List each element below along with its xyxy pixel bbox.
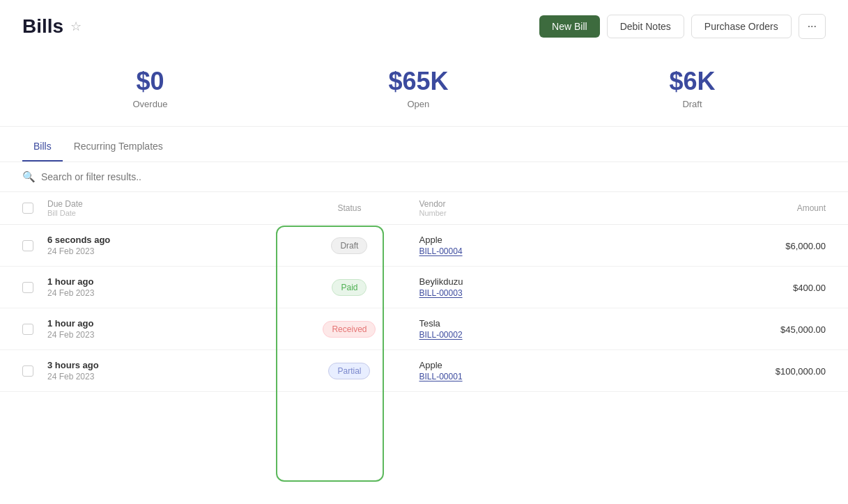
draft-card: $6K Draft [669,67,715,109]
table-row[interactable]: 1 hour ago 24 Feb 2023 Paid Beylikduzu B… [0,267,848,308]
row-date-col: 1 hour ago 24 Feb 2023 [47,318,279,340]
row-date-col: 3 hours ago 24 Feb 2023 [47,360,279,381]
table-header: Due Date Bill Date Status Vendor Number … [0,192,848,225]
status-header: Status [279,203,419,213]
row-checkbox-col [22,282,47,293]
overdue-label: Overdue [133,99,168,109]
row-checkbox[interactable] [22,365,33,377]
row-date-col: 1 hour ago 24 Feb 2023 [47,276,279,298]
vendor-name: Tesla [419,318,652,329]
date-primary: 3 hours ago [47,360,279,370]
amount-value: $6,000.00 [785,241,826,251]
table-row[interactable]: 6 seconds ago 24 Feb 2023 Draft Apple BI… [0,225,848,267]
debit-notes-button[interactable]: Debit Notes [607,15,684,38]
row-amount-col: $400.00 [652,281,826,294]
summary-section: $0 Overdue $65K Open $6K Draft [0,50,848,127]
row-amount-col: $6,000.00 [652,239,826,252]
row-amount-col: $100,000.00 [652,365,826,377]
row-checkbox-col [22,240,47,251]
tab-recurring-templates[interactable]: Recurring Templates [63,132,174,162]
status-badge: Draft [331,237,367,254]
purchase-orders-button[interactable]: Purchase Orders [691,15,792,38]
bills-table: Due Date Bill Date Status Vendor Number … [0,192,848,392]
header-right: New Bill Debit Notes Purchase Orders ··· [539,14,826,39]
row-vendor-col: Apple BILL-00001 [419,360,652,381]
amount-header: Amount [652,203,826,213]
header-date-col: Due Date Bill Date [47,199,279,217]
status-badge: Partial [328,363,370,379]
row-checkbox[interactable] [22,324,33,335]
page-title: Bills [22,15,63,38]
more-options-button[interactable]: ··· [799,14,826,39]
row-status-col: Paid [279,279,419,296]
header-left: Bills ☆ [22,15,82,38]
bill-date-header: Bill Date [47,209,279,217]
header-amount-col: Amount [652,203,826,213]
search-icon: 🔍 [22,171,36,183]
due-date-header: Due Date [47,199,279,209]
vendor-name: Beylikduzu [419,276,652,287]
amount-value: $400.00 [793,283,826,293]
table-row[interactable]: 1 hour ago 24 Feb 2023 Received Tesla BI… [0,308,848,350]
row-amount-col: $45,000.00 [652,323,826,336]
date-secondary: 24 Feb 2023 [47,288,279,298]
vendor-name: Apple [419,360,652,370]
date-secondary: 24 Feb 2023 [47,330,279,340]
header-status-col: Status [279,203,419,213]
open-label: Open [388,99,448,109]
row-status-col: Received [279,321,419,338]
search-input[interactable] [41,171,250,182]
open-amount: $65K [388,67,448,96]
vendor-num[interactable]: BILL-00002 [419,330,652,340]
row-checkbox-col [22,365,47,377]
row-checkbox[interactable] [22,240,33,251]
vendor-header: Vendor [419,199,652,209]
star-icon[interactable]: ☆ [70,19,82,34]
search-bar: 🔍 [0,162,848,192]
page-header: Bills ☆ New Bill Debit Notes Purchase Or… [0,0,848,50]
new-bill-button[interactable]: New Bill [539,15,600,38]
open-card: $65K Open [388,67,448,109]
header-checkbox-col [22,203,47,214]
table-row[interactable]: 3 hours ago 24 Feb 2023 Partial Apple BI… [0,350,848,392]
vendor-name: Apple [419,235,652,245]
row-vendor-col: Beylikduzu BILL-00003 [419,276,652,298]
vendor-num[interactable]: BILL-00003 [419,288,652,298]
overdue-amount: $0 [133,67,168,96]
vendor-num[interactable]: BILL-00001 [419,372,652,381]
status-badge: Paid [332,279,367,296]
row-vendor-col: Apple BILL-00004 [419,235,652,256]
row-date-col: 6 seconds ago 24 Feb 2023 [47,235,279,256]
header-vendor-col: Vendor Number [419,199,652,217]
number-header: Number [419,209,652,217]
draft-amount: $6K [669,67,715,96]
bills-page: Bills ☆ New Bill Debit Notes Purchase Or… [0,0,848,504]
tab-bar: Bills Recurring Templates [0,132,848,162]
amount-value: $100,000.00 [776,366,826,377]
row-checkbox[interactable] [22,282,33,293]
date-primary: 6 seconds ago [47,235,279,245]
status-badge: Received [323,321,376,338]
row-vendor-col: Tesla BILL-00002 [419,318,652,340]
row-status-col: Draft [279,237,419,254]
row-checkbox-col [22,324,47,335]
amount-value: $45,000.00 [780,324,826,335]
draft-label: Draft [669,99,715,109]
select-all-checkbox[interactable] [22,203,33,214]
tab-bills[interactable]: Bills [22,132,63,162]
row-status-col: Partial [279,363,419,379]
vendor-num[interactable]: BILL-00004 [419,246,652,256]
overdue-card: $0 Overdue [133,67,168,109]
date-secondary: 24 Feb 2023 [47,246,279,256]
date-secondary: 24 Feb 2023 [47,372,279,381]
date-primary: 1 hour ago [47,318,279,329]
date-primary: 1 hour ago [47,276,279,287]
